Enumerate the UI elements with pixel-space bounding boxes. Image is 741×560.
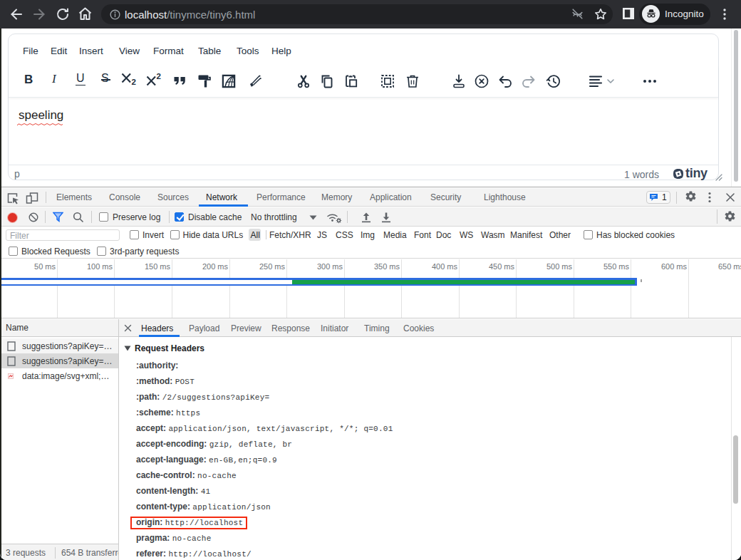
svg-text:2: 2: [132, 78, 136, 86]
svg-text:2: 2: [157, 72, 161, 81]
